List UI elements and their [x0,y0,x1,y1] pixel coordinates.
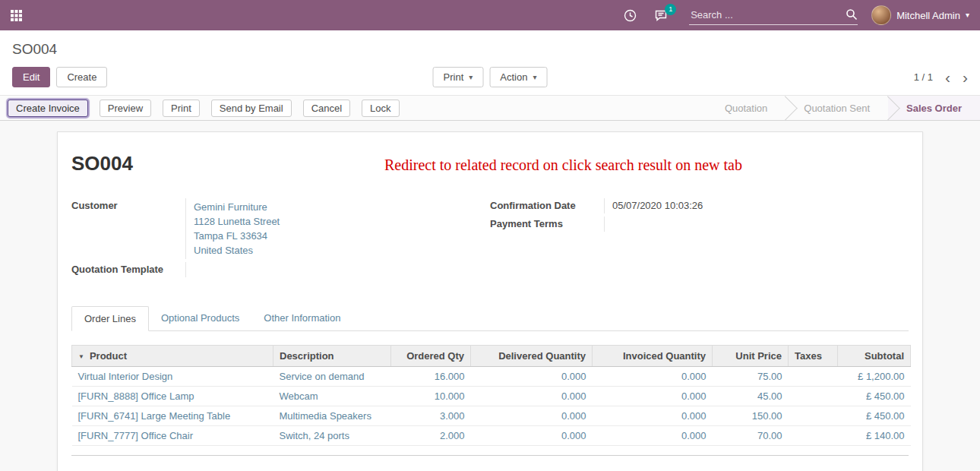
order-line-row[interactable]: [FURN_8888] Office Lamp Webcam 10.000 0.… [72,387,911,406]
confirmation-date-field: 05/07/2020 10:03:26 [604,198,909,213]
table-header-row: ▼Product Description Ordered Qty Deliver… [72,346,911,367]
customer-address-line: Tampa FL 33634 [194,229,490,243]
messages-icon[interactable]: 1 [655,9,669,22]
column-header-ordered-qty[interactable]: Ordered Qty [391,346,471,367]
cell-ordered-qty: 16.000 [391,367,471,387]
statusbar: Create Invoice Preview Print Send by Ema… [0,95,980,121]
quotation-template-field [185,262,490,277]
quotation-template-label: Quotation Template [71,262,185,277]
customer-name-link[interactable]: Gemini Furniture [194,200,490,214]
print-menu-label: Print [444,71,464,83]
payment-terms-label: Payment Terms [490,217,604,232]
column-header-subtotal[interactable]: Subtotal [838,346,911,367]
breadcrumb: SO004 [12,41,968,58]
column-header-delivered-qty[interactable]: Delivered Quantity [471,346,593,367]
cell-invoiced-qty: 0.000 [593,406,713,426]
search-icon[interactable] [846,8,858,21]
pager-next-button[interactable]: › [963,69,968,85]
cell-taxes [789,387,838,406]
tab-optional-products[interactable]: Optional Products [149,306,251,330]
left-field-group: Customer Gemini Furniture 1128 Lunetta S… [71,198,490,280]
payment-terms-field [604,217,909,232]
cell-delivered-qty: 0.000 [471,426,593,446]
tab-order-lines[interactable]: Order Lines [71,306,149,331]
column-header-unit-price[interactable]: Unit Price [713,346,789,367]
cell-description: Multimedia Speakers [273,406,391,426]
chevron-down-icon: ▾ [966,11,969,19]
statusbar-buttons: Create Invoice Preview Print Send by Ema… [8,100,400,117]
column-toggle-icon[interactable]: ▼ [78,353,84,360]
send-by-email-button[interactable]: Send by Email [211,100,292,117]
action-menu-label: Action [500,71,527,83]
annotation-note: Redirect to related record on click sear… [384,156,742,174]
column-header-product[interactable]: ▼Product [72,346,273,367]
cancel-button[interactable]: Cancel [303,100,350,117]
search-input[interactable] [689,6,846,24]
order-line-row[interactable]: Virtual Interior Design Service on deman… [72,367,911,387]
create-invoice-button[interactable]: Create Invoice [8,100,88,117]
tab-other-information[interactable]: Other Information [251,306,352,330]
cell-description: Service on demand [273,367,391,387]
column-header-description[interactable]: Description [273,346,391,367]
apps-menu-icon[interactable] [11,10,22,21]
column-header-label: Product [90,350,127,362]
order-lines-table: ▼Product Description Ordered Qty Deliver… [71,345,911,446]
status-step-sales-order[interactable]: Sales Order [888,96,980,120]
cell-subtotal: £ 450.00 [838,387,911,406]
cell-taxes [789,367,838,387]
action-menu-button[interactable]: Action ▾ [489,67,547,87]
pager-previous-button[interactable]: ‹ [945,69,950,85]
column-header-invoiced-qty[interactable]: Invoiced Quantity [593,346,713,367]
edit-button-label: Edit [23,71,40,83]
cell-subtotal: £ 450.00 [838,406,911,426]
cell-delivered-qty: 0.000 [471,387,593,406]
notebook-tabs: Order Lines Optional Products Other Info… [71,306,909,331]
cell-unit-price: 45.00 [713,387,789,406]
cell-description: Webcam [273,387,391,406]
message-count-badge: 1 [665,4,676,15]
customer-address-line: 1128 Lunetta Street [194,214,490,229]
cell-delivered-qty: 0.000 [471,406,593,426]
sales-order-sheet: SO004 Redirect to related record on clic… [57,131,923,471]
column-header-taxes[interactable]: Taxes [789,346,838,367]
avatar [871,5,891,25]
order-line-row[interactable]: [FURN_6741] Large Meeting Table Multimed… [72,406,911,426]
status-steps: Quotation Quotation Sent Sales Order [707,96,980,120]
create-button-label: Create [67,71,96,83]
cell-product: [FURN_8888] Office Lamp [72,387,273,406]
right-field-group: Confirmation Date 05/07/2020 10:03:26 Pa… [490,198,909,280]
status-step-quotation[interactable]: Quotation [707,96,786,120]
user-menu[interactable]: Mitchell Admin ▾ [871,5,969,25]
create-button[interactable]: Create [56,67,107,87]
cell-invoiced-qty: 0.000 [593,387,713,406]
customer-label: Customer [71,198,185,259]
status-step-quotation-sent[interactable]: Quotation Sent [786,96,888,120]
customer-field[interactable]: Gemini Furniture 1128 Lunetta Street Tam… [185,198,490,259]
cell-product: [FURN_7777] Office Chair [72,426,273,446]
center-actions: Print ▾ Action ▾ [433,67,548,87]
cell-subtotal: £ 1,200.00 [838,367,911,387]
lock-button[interactable]: Lock [362,100,399,117]
cell-ordered-qty: 2.000 [391,426,471,446]
cell-unit-price: 75.00 [713,367,789,387]
cell-description: Switch, 24 ports [273,426,391,446]
edit-button[interactable]: Edit [12,67,50,87]
cell-unit-price: 70.00 [713,426,789,446]
control-panel: SO004 Edit Create Print ▾ Action ▾ 1 / 1… [0,30,980,95]
cell-ordered-qty: 10.000 [391,387,471,406]
customer-address-line: United States [194,243,490,258]
table-bottom-border [71,446,909,456]
preview-button[interactable]: Preview [100,100,151,117]
cell-product: [FURN_6741] Large Meeting Table [72,406,273,426]
pager-value: 1 / 1 [914,71,933,83]
print-menu-button[interactable]: Print ▾ [433,67,484,87]
cell-invoiced-qty: 0.000 [593,426,713,446]
content-area: SO004 Redirect to related record on clic… [0,121,980,471]
top-navbar: 1 Mitchell Admin ▾ [0,0,980,30]
cell-subtotal: £ 140.00 [838,426,911,446]
activities-clock-icon[interactable] [624,9,637,22]
order-line-row[interactable]: [FURN_7777] Office Chair Switch, 24 port… [72,426,911,446]
chevron-down-icon: ▾ [533,74,536,81]
print-button[interactable]: Print [163,100,200,117]
chevron-down-icon: ▾ [469,74,473,81]
